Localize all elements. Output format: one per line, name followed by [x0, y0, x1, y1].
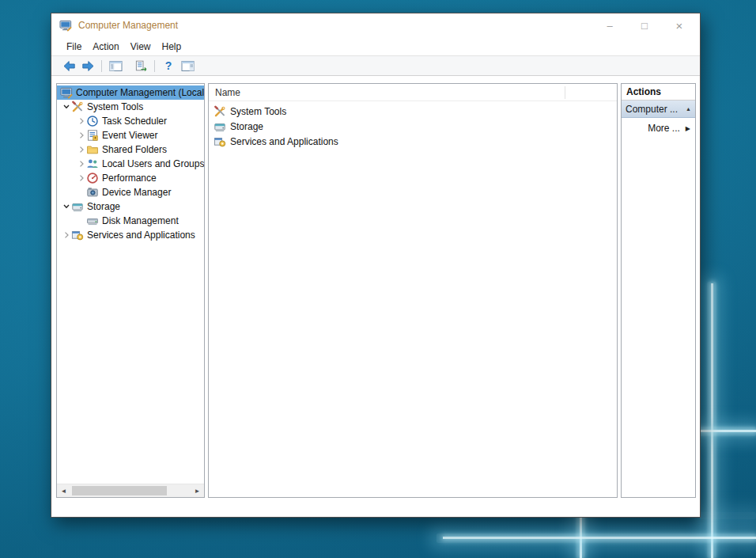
- tree-item-services-and-applications[interactable]: Services and Applications: [57, 228, 204, 242]
- scroll-right-button[interactable]: ►: [191, 484, 204, 497]
- scrollbar-track[interactable]: [70, 484, 191, 497]
- services-applications-icon: [71, 229, 84, 241]
- computer-management-icon: [60, 86, 73, 99]
- scroll-left-button[interactable]: ◄: [57, 484, 70, 497]
- menu-help[interactable]: Help: [157, 41, 187, 52]
- list-item-system-tools[interactable]: System Tools: [209, 104, 617, 119]
- horizontal-scrollbar[interactable]: ◄ ►: [57, 484, 204, 497]
- task-scheduler-icon: [86, 115, 99, 127]
- expand-chevron-icon[interactable]: [77, 160, 86, 168]
- more-actions-label: More ...: [648, 123, 680, 134]
- tree-item-label: Services and Applications: [87, 230, 195, 241]
- column-divider[interactable]: [565, 86, 565, 99]
- system-tools-icon: [71, 101, 84, 113]
- close-icon: ×: [676, 19, 683, 32]
- tree-item-shared-folders[interactable]: Shared Folders: [57, 142, 204, 157]
- computer-management-window: Computer Management – □ × File Action Vi…: [51, 13, 701, 518]
- actions-group-label: Computer ...: [626, 104, 678, 115]
- close-button[interactable]: ×: [662, 13, 697, 37]
- collapse-group-icon[interactable]: ▲: [686, 106, 691, 112]
- tree-item-disk-management[interactable]: Disk Management: [57, 214, 204, 228]
- actions-group-header[interactable]: Computer ... ▲: [622, 101, 695, 118]
- wallpaper-glow-line: [699, 512, 756, 519]
- local-users-groups-icon: [86, 158, 99, 170]
- tree-item-label: Disk Management: [102, 215, 179, 226]
- list-item-storage[interactable]: Storage: [209, 119, 617, 134]
- list-item-label: Services and Applications: [230, 136, 338, 147]
- expand-chevron-icon[interactable]: [77, 117, 86, 125]
- expand-chevron-icon[interactable]: [77, 174, 86, 182]
- performance-icon: [86, 172, 99, 184]
- export-list-button[interactable]: [131, 58, 150, 74]
- forward-button[interactable]: [78, 58, 97, 74]
- list-item-label: Storage: [230, 121, 263, 132]
- expand-chevron-icon[interactable]: [62, 231, 71, 239]
- minimize-button[interactable]: –: [592, 13, 627, 37]
- actions-pane-title: Actions: [622, 84, 695, 101]
- tree-item-label: Computer Management (Local: [76, 87, 204, 98]
- export-list-icon: [134, 60, 148, 72]
- collapse-chevron-icon[interactable]: [62, 103, 71, 111]
- results-list-pane: Name System Tools Storage Services an: [208, 83, 618, 498]
- expand-chevron-icon[interactable]: [77, 146, 86, 154]
- tree-item-label: Device Manager: [102, 187, 171, 198]
- tree-item-label: Task Scheduler: [102, 116, 167, 127]
- toolbar: ?: [51, 55, 700, 76]
- help-icon: ?: [165, 59, 172, 72]
- maximize-icon: □: [641, 20, 648, 32]
- help-button[interactable]: ?: [159, 58, 178, 74]
- tree-item-label: Storage: [87, 201, 120, 212]
- show-console-tree-button[interactable]: [106, 58, 125, 74]
- console-tree-icon: [109, 60, 123, 72]
- window-controls: – □ ×: [592, 13, 697, 37]
- services-applications-icon: [214, 135, 226, 148]
- tree-item-label: System Tools: [87, 101, 143, 112]
- tree-item-computer-management[interactable]: Computer Management (Local: [57, 85, 204, 100]
- expand-chevron-icon[interactable]: [77, 131, 86, 139]
- list-body: System Tools Storage Services and Applic…: [209, 101, 617, 149]
- event-viewer-icon: [86, 129, 99, 142]
- menu-file[interactable]: File: [61, 41, 87, 52]
- title-bar[interactable]: Computer Management – □ ×: [51, 13, 700, 37]
- tree-item-system-tools[interactable]: System Tools: [57, 100, 204, 114]
- list-item-label: System Tools: [230, 106, 286, 117]
- more-actions-item[interactable]: More ... ▶: [622, 118, 695, 139]
- tree-item-storage[interactable]: Storage: [57, 199, 204, 214]
- console-tree-pane: Computer Management (Local System Tools …: [56, 83, 205, 498]
- tree-item-device-manager[interactable]: Device Manager: [57, 185, 204, 199]
- tree-item-task-scheduler[interactable]: Task Scheduler: [57, 114, 204, 128]
- scrollbar-thumb[interactable]: [72, 486, 167, 495]
- tree-item-local-users-and-groups[interactable]: Local Users and Groups: [57, 157, 204, 171]
- tree-item-event-viewer[interactable]: Event Viewer: [57, 128, 204, 142]
- list-column-header[interactable]: Name: [209, 84, 617, 101]
- actions-pane: Actions Computer ... ▲ More ... ▶: [621, 83, 696, 498]
- wallpaper-glow-line: [701, 430, 756, 432]
- toolbar-separator: [154, 60, 155, 72]
- show-action-pane-button[interactable]: [178, 58, 197, 74]
- action-pane-icon: [181, 60, 195, 72]
- collapse-chevron-icon[interactable]: [62, 203, 71, 211]
- storage-icon: [214, 120, 226, 133]
- wallpaper-glow-line: [443, 537, 756, 539]
- list-item-services-and-applications[interactable]: Services and Applications: [209, 134, 617, 149]
- window-title: Computer Management: [78, 20, 178, 31]
- menu-action[interactable]: Action: [87, 41, 124, 52]
- tree-item-performance[interactable]: Performance: [57, 171, 204, 185]
- shared-folders-icon: [86, 143, 99, 156]
- computer-management-app-icon: [59, 19, 72, 32]
- menu-bar: File Action View Help: [51, 37, 700, 55]
- system-tools-icon: [214, 105, 226, 118]
- maximize-button[interactable]: □: [627, 13, 662, 37]
- disk-management-icon: [86, 214, 99, 227]
- back-arrow-icon: [62, 60, 76, 72]
- forward-arrow-icon: [81, 60, 95, 72]
- flyout-arrow-icon: ▶: [686, 125, 690, 132]
- storage-icon: [71, 200, 84, 213]
- tree-item-label: Local Users and Groups: [102, 158, 204, 169]
- tree-item-label: Event Viewer: [102, 130, 157, 141]
- device-manager-icon: [86, 186, 99, 199]
- back-button[interactable]: [59, 58, 78, 74]
- tree-item-label: Shared Folders: [102, 144, 167, 155]
- menu-view[interactable]: View: [125, 41, 157, 52]
- column-header-name[interactable]: Name: [215, 87, 240, 98]
